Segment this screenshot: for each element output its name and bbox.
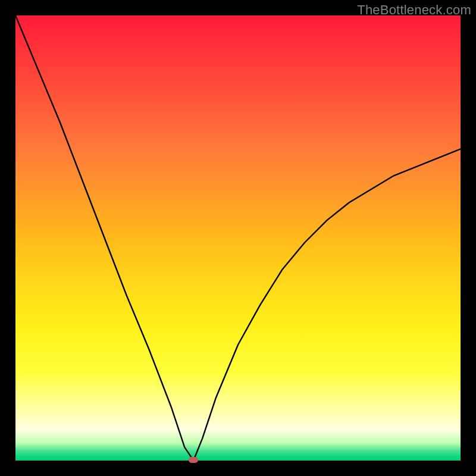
chart-frame: TheBottleneck.com — [0, 0, 476, 476]
curve-layer — [15, 15, 461, 461]
minimum-marker — [189, 457, 198, 463]
watermark-text: TheBottleneck.com — [357, 2, 471, 18]
bottleneck-curve — [15, 15, 461, 461]
plot-area — [15, 15, 461, 461]
